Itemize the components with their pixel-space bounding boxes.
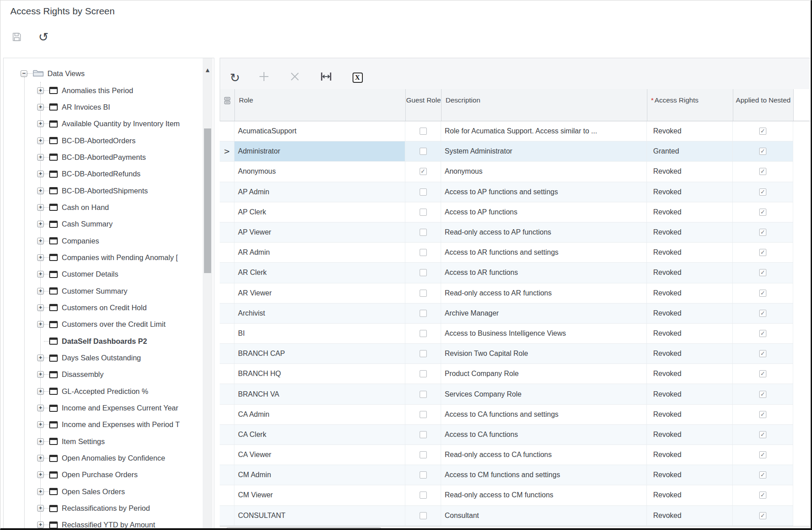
role-cell[interactable]: CA Admin	[234, 405, 405, 424]
row-selector-cell[interactable]	[220, 202, 234, 222]
expand-expander-icon[interactable]: +	[37, 171, 44, 177]
tree-item[interactable]: + BC-DB-AbortedRefunds	[4, 166, 202, 182]
access-rights-cell[interactable]: Revoked	[647, 202, 733, 222]
applied-to-nested-cell[interactable]	[733, 263, 793, 282]
role-cell[interactable]: AR Viewer	[234, 283, 405, 303]
row-selector-cell[interactable]	[220, 364, 234, 384]
guest-role-checkbox[interactable]	[420, 290, 427, 297]
table-row[interactable]: Anonymous Anonymous Revoked	[220, 162, 793, 182]
applied-to-nested-cell[interactable]	[733, 303, 793, 323]
tree-item-data-views[interactable]: − Data Views	[4, 65, 202, 82]
row-selector-cell[interactable]	[220, 506, 234, 526]
tree-item[interactable]: + BC-DB-AbortedShipments	[4, 182, 202, 199]
table-row[interactable]: BI Access to Business Intelligence Views…	[220, 324, 793, 344]
table-row[interactable]: AR Viewer Read-only access to AR functio…	[220, 283, 793, 303]
tree-item[interactable]: + Customer Summary	[4, 282, 202, 299]
table-row[interactable]: CA Admin Access to CA functions and sett…	[220, 405, 793, 425]
row-selector-cell[interactable]	[220, 324, 234, 343]
description-cell[interactable]: Access to Business Intelligence Views	[441, 324, 647, 343]
role-cell[interactable]: CA Clerk	[234, 425, 405, 445]
guest-role-checkbox[interactable]	[420, 451, 427, 458]
tree-item[interactable]: + GL-Accepted Prediction %	[4, 383, 202, 400]
applied-to-nested-cell[interactable]	[733, 364, 793, 384]
row-selector-cell[interactable]	[220, 344, 234, 363]
undo-button[interactable]: ↺	[36, 29, 51, 44]
horizontal-scrollbar-thumb[interactable]	[225, 527, 382, 528]
table-row[interactable]: AcumaticaSupport Role for Acumatica Supp…	[220, 121, 793, 141]
tree-item[interactable]: + Customer Details	[4, 266, 202, 282]
applied-to-nested-checkbox[interactable]	[759, 148, 766, 155]
role-cell[interactable]: Archivist	[234, 303, 405, 323]
role-cell[interactable]: BRANCH VA	[234, 384, 405, 404]
guest-role-cell[interactable]	[405, 162, 441, 181]
description-cell[interactable]: Consultant	[441, 506, 647, 526]
access-rights-cell[interactable]: Revoked	[647, 182, 733, 202]
access-rights-cell[interactable]: Revoked	[647, 283, 733, 303]
expand-expander-icon[interactable]: +	[37, 188, 44, 194]
role-cell[interactable]: AP Clerk	[234, 202, 405, 222]
applied-to-nested-checkbox[interactable]	[759, 290, 766, 297]
guest-role-checkbox[interactable]	[420, 512, 427, 519]
access-rights-cell[interactable]: Revoked	[647, 263, 733, 282]
role-cell[interactable]: AR Clerk	[234, 263, 405, 282]
expand-expander-icon[interactable]: +	[37, 455, 44, 462]
tree-item[interactable]: + Item Settings	[4, 433, 202, 450]
guest-role-checkbox[interactable]	[420, 370, 427, 377]
description-cell[interactable]: Role for Acumatica Support. Access simil…	[441, 121, 647, 141]
applied-to-nested-cell[interactable]	[733, 162, 793, 181]
collapse-expander-icon[interactable]: −	[21, 70, 27, 77]
applied-to-nested-cell[interactable]	[733, 222, 793, 242]
tree-item[interactable]: + Customers on Credit Hold	[4, 299, 202, 316]
table-row[interactable]: BRANCH VA Services Company Role Revoked	[220, 384, 793, 404]
role-cell[interactable]: Anonymous	[234, 162, 405, 181]
scroll-up-icon[interactable]: ▲	[203, 67, 213, 73]
guest-role-checkbox[interactable]	[420, 249, 427, 256]
access-rights-cell[interactable]: Revoked	[647, 222, 733, 242]
applied-to-nested-checkbox[interactable]	[759, 188, 766, 196]
guest-role-checkbox[interactable]	[420, 188, 427, 196]
access-rights-cell[interactable]: Granted	[647, 141, 733, 161]
expand-expander-icon[interactable]: +	[37, 421, 44, 428]
description-cell[interactable]: Access to AR functions	[441, 263, 647, 282]
table-row[interactable]: AP Clerk Access to AP functions Revoked	[220, 202, 793, 222]
applied-to-nested-checkbox[interactable]	[759, 209, 766, 216]
access-rights-cell[interactable]: Revoked	[647, 384, 733, 404]
access-rights-cell[interactable]: Revoked	[647, 506, 733, 526]
tree-item[interactable]: + Income and Expenses Current Year	[4, 400, 202, 416]
guest-role-cell[interactable]	[405, 283, 441, 303]
guest-role-cell[interactable]	[405, 425, 441, 445]
table-row[interactable]: CM Viewer Read-only access to CM functio…	[220, 485, 793, 505]
expand-expander-icon[interactable]: +	[37, 405, 44, 411]
applied-to-nested-cell[interactable]	[733, 425, 793, 445]
expand-expander-icon[interactable]: +	[37, 438, 44, 445]
expand-expander-icon[interactable]: +	[37, 221, 44, 227]
guest-role-checkbox[interactable]	[420, 391, 427, 398]
row-selector-cell[interactable]	[220, 162, 234, 181]
description-cell[interactable]: Services Company Role	[441, 384, 647, 404]
guest-role-checkbox[interactable]	[420, 209, 427, 216]
save-button[interactable]	[9, 30, 24, 45]
applied-to-nested-cell[interactable]	[733, 283, 793, 303]
row-selector-cell[interactable]	[220, 303, 234, 323]
role-cell[interactable]: AcumaticaSupport	[234, 121, 405, 141]
access-rights-cell[interactable]: Revoked	[647, 303, 733, 323]
applied-to-nested-cell[interactable]	[733, 445, 793, 465]
guest-role-checkbox[interactable]	[420, 471, 427, 479]
tree-item[interactable]: + Income and Expenses with Period T	[4, 416, 202, 433]
add-row-button[interactable]	[257, 71, 271, 84]
applied-to-nested-cell[interactable]	[733, 141, 793, 161]
row-selector-cell[interactable]	[220, 121, 234, 141]
expand-expander-icon[interactable]: +	[37, 120, 44, 127]
expand-expander-icon[interactable]: +	[37, 271, 44, 278]
expand-expander-icon[interactable]: +	[37, 505, 44, 512]
tree-item[interactable]: + Companies with Pending Anomaly [	[4, 249, 202, 266]
role-cell[interactable]: AP Admin	[234, 182, 405, 202]
guest-role-cell[interactable]	[405, 141, 441, 161]
role-cell[interactable]: Administrator	[234, 141, 405, 161]
guest-role-checkbox[interactable]	[420, 128, 427, 135]
applied-to-nested-cell[interactable]	[733, 465, 793, 485]
guest-role-cell[interactable]	[405, 324, 441, 343]
expand-expander-icon[interactable]: +	[37, 471, 44, 478]
tree-scrollbar[interactable]: ▲	[203, 58, 213, 528]
expand-expander-icon[interactable]: +	[37, 355, 44, 361]
